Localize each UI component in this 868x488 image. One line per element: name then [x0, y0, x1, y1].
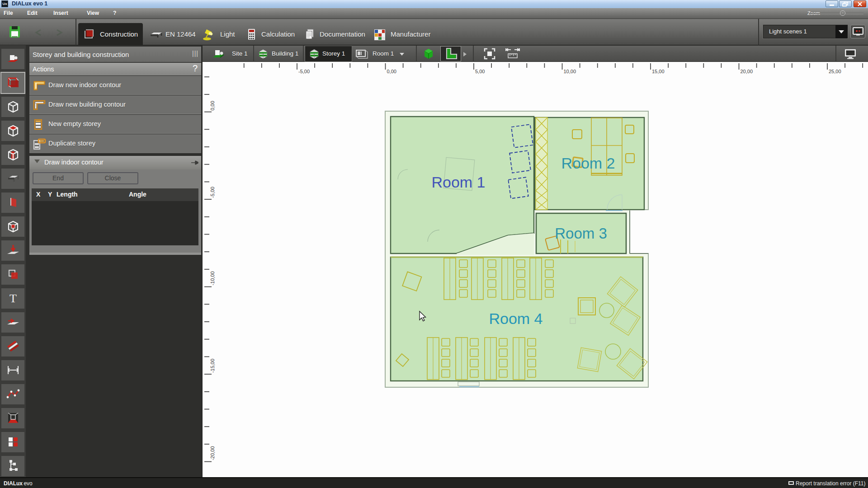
svg-text:20,00: 20,00 — [741, 69, 753, 74]
svg-text:T: T — [9, 292, 17, 305]
svg-text:-5,00: -5,00 — [210, 187, 215, 198]
svg-text:Room 4: Room 4 — [489, 310, 542, 327]
svg-text:-5,00: -5,00 — [298, 69, 310, 74]
svg-text:-15,00: -15,00 — [210, 359, 215, 373]
svg-text:-10,00: -10,00 — [210, 271, 215, 285]
svg-text:25,00: 25,00 — [829, 69, 841, 74]
svg-text:10,00: 10,00 — [564, 69, 576, 74]
svg-text:15,00: 15,00 — [652, 69, 665, 74]
svg-text:Room 2: Room 2 — [561, 155, 615, 172]
svg-text:0,00: 0,00 — [387, 69, 396, 74]
svg-text:-20,00: -20,00 — [210, 446, 215, 460]
svg-text:0,00: 0,00 — [210, 101, 215, 110]
svg-text:5,00: 5,00 — [475, 69, 485, 74]
svg-text:Room 1: Room 1 — [431, 174, 485, 191]
svg-text:Room 3: Room 3 — [555, 225, 607, 242]
